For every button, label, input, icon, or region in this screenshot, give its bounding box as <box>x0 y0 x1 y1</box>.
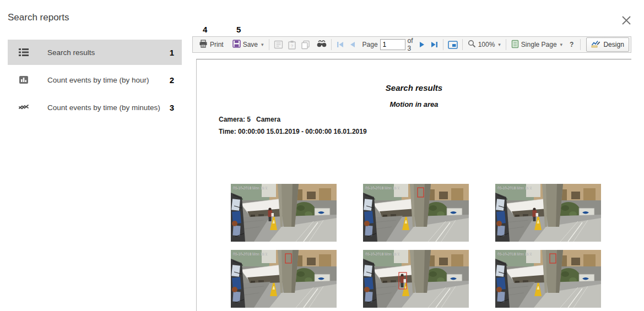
next-page-button[interactable] <box>416 40 428 49</box>
save-label: Save <box>243 41 258 48</box>
svg-text:09-10-2018 Mon 16:2: 09-10-2018 Mon 16:2 <box>233 186 268 190</box>
previous-page-button <box>347 40 358 49</box>
design-icon <box>591 40 600 50</box>
design-button[interactable]: Design <box>586 37 629 52</box>
annotation-number: 5 <box>236 25 241 34</box>
camera-snapshot: ) 09-10-2018 Mon 16:2 <box>363 184 469 242</box>
report-viewer-toolbar: Print Save ▾ ? <box>192 36 631 53</box>
sidebar-item-count-by-hour[interactable]: Count events by time (by hour) 2 <box>8 67 182 92</box>
sidebar-item-label: Count events by time (by minutes) <box>47 103 160 112</box>
divider <box>506 39 506 50</box>
annotation-number: 3 <box>170 103 174 112</box>
report-type-sidebar: Search results 1 Count events by time (b… <box>8 40 182 120</box>
divider <box>331 39 332 50</box>
find-button[interactable] <box>315 39 329 51</box>
divider <box>443 39 443 50</box>
bar-chart-icon <box>19 75 29 85</box>
camera-info: Camera: 5 Camera <box>219 116 280 123</box>
first-page-button <box>334 40 347 49</box>
line-chart-icon <box>19 102 29 112</box>
annotation-number: 1 <box>170 48 174 57</box>
last-page-button[interactable] <box>428 40 441 49</box>
full-screen-button[interactable] <box>446 40 460 50</box>
report-subtitle: Motion in area <box>197 100 631 108</box>
list-icon <box>19 47 29 57</box>
camera-snapshot: ) 09-10-2018 Mon 16:2 <box>495 250 601 308</box>
design-label: Design <box>603 41 624 48</box>
svg-text:?: ? <box>290 43 293 48</box>
camera-snapshot: ) 09-10-2018 Mon 16:2 <box>231 184 337 242</box>
single-page-icon <box>511 40 519 50</box>
annotation-number: 2 <box>170 75 174 85</box>
divider <box>580 39 581 50</box>
save-icon <box>232 40 241 50</box>
annotation-number: 4 <box>203 25 207 34</box>
page-title: Search reports <box>8 12 69 23</box>
parameters-icon: ? <box>285 39 299 51</box>
time-range-info: Time: 00:00:00 15.01.2019 - 00:00:00 16.… <box>219 128 367 135</box>
svg-text:09-10-2018 Mon 16:2: 09-10-2018 Mon 16:2 <box>497 186 532 190</box>
bookmarks-button <box>272 39 285 50</box>
chevron-down-icon: ▾ <box>498 42 501 47</box>
copy-pages-icon <box>299 39 312 51</box>
camera-snapshot: ) 09-10-2018 Mon 16:2 <box>495 184 601 242</box>
view-mode-label: Single Page <box>521 41 557 48</box>
chevron-down-icon: ▾ <box>560 42 563 47</box>
page-number-input[interactable] <box>380 39 405 50</box>
svg-text:09-10-2018 Mon 16:2: 09-10-2018 Mon 16:2 <box>497 252 532 256</box>
report-title: Search results <box>197 83 631 92</box>
sidebar-item-search-results[interactable]: Search results 1 <box>8 40 182 65</box>
report-preview-page: Search results Motion in area Camera: 5 … <box>196 59 631 311</box>
binoculars-icon <box>317 40 327 50</box>
print-button[interactable]: Print <box>196 39 226 51</box>
camera-snapshot: ) 09-10-2018 Mon 16:2 <box>231 250 337 308</box>
sidebar-item-label: Count events by time (by hour) <box>47 76 149 84</box>
magnifier-icon <box>468 40 476 50</box>
close-icon[interactable] <box>619 13 634 28</box>
help-button[interactable]: ? <box>565 40 578 50</box>
camera-snapshot: ) 09-10-2018 Mon 16:2 <box>363 250 469 308</box>
view-mode-button[interactable]: Single Page ▾ <box>508 39 565 51</box>
svg-text:09-10-2018 Mon 16:2: 09-10-2018 Mon 16:2 <box>233 252 268 256</box>
zoom-level-label: 100% <box>478 41 495 48</box>
sidebar-item-label: Search results <box>47 48 95 57</box>
print-label: Print <box>210 41 224 48</box>
chevron-down-icon: ▾ <box>261 42 264 47</box>
sidebar-item-count-by-minutes[interactable]: Count events by time (by minutes) 3 <box>8 95 182 120</box>
page-label: Page <box>362 41 378 48</box>
svg-text:09-10-2018 Mon 16:2: 09-10-2018 Mon 16:2 <box>365 186 400 190</box>
zoom-button[interactable]: 100% ▾ <box>465 39 504 51</box>
page-count-label: of 3 <box>408 37 413 52</box>
divider <box>269 39 269 50</box>
svg-text:09-10-2018 Mon 16:2: 09-10-2018 Mon 16:2 <box>365 252 400 256</box>
printer-icon <box>199 40 208 50</box>
divider <box>462 39 463 50</box>
save-button[interactable]: Save ▾ <box>230 39 267 51</box>
